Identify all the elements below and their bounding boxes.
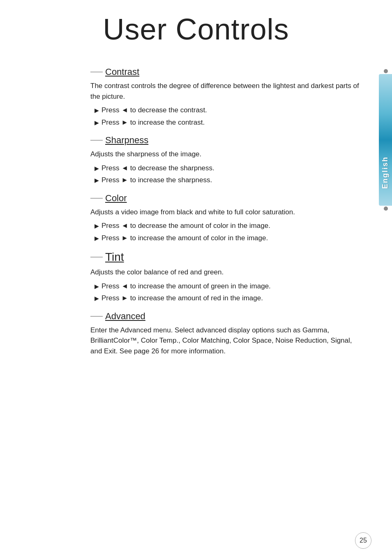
section-desc-tint: Adjusts the color balance of red and gre… (90, 267, 359, 278)
bullet-text: Press ◄ to decrease the amount of color … (101, 220, 270, 231)
section-desc-contrast: The contrast controls the degree of diff… (90, 81, 359, 102)
section-title-wrapper-advanced: Advanced (90, 311, 359, 322)
list-item: ▶Press ► to increase the contrast. (95, 117, 359, 128)
sidebar-language-label: English (381, 156, 390, 189)
bullet-arrow-icon: ▶ (95, 234, 99, 243)
list-item: ▶Press ◄ to decrease the sharpness. (95, 163, 359, 174)
sidebar-bar: English (379, 74, 392, 206)
section-title-wrapper-tint: Tint (90, 251, 359, 264)
bullet-text: Press ◄ to decrease the sharpness. (101, 163, 214, 174)
section-line (90, 316, 103, 317)
list-item: ▶Press ► to increase the amount of red i… (95, 293, 359, 304)
bullet-arrow-icon: ▶ (95, 106, 99, 115)
sidebar-dot-top (384, 69, 388, 73)
bullet-text: Press ► to increase the amount of red in… (101, 293, 263, 304)
section-title-wrapper-sharpness: Sharpness (90, 135, 359, 146)
section-line (90, 72, 103, 72)
content-area: ContrastThe contrast controls the degree… (0, 63, 392, 388)
section-line (90, 257, 103, 258)
section-color: ColorAdjusts a video image from black an… (90, 193, 359, 244)
bullet-text: Press ► to increase the contrast. (101, 117, 205, 128)
section-bullets-sharpness: ▶Press ◄ to decrease the sharpness.▶Pres… (90, 163, 359, 186)
list-item: ▶Press ◄ to decrease the amount of color… (95, 220, 359, 231)
section-line (90, 140, 103, 141)
section-title-wrapper-color: Color (90, 193, 359, 204)
page-number: 25 (355, 532, 371, 549)
section-title-advanced: Advanced (105, 311, 145, 322)
section-sharpness: SharpnessAdjusts the sharpness of the im… (90, 135, 359, 186)
section-line (90, 198, 103, 199)
section-desc-advanced: Enter the Advanced menu. Select advanced… (90, 325, 359, 357)
list-item: ▶Press ◄ to increase the amount of green… (95, 281, 359, 292)
bullet-arrow-icon: ▶ (95, 176, 99, 185)
list-item: ▶Press ► to increase the sharpness. (95, 175, 359, 186)
bullet-arrow-icon: ▶ (95, 294, 99, 303)
section-bullets-tint: ▶Press ◄ to increase the amount of green… (90, 281, 359, 304)
bullet-arrow-icon: ▶ (95, 118, 99, 127)
list-item: ▶Press ◄ to decrease the contrast. (95, 105, 359, 116)
section-title-tint: Tint (105, 251, 124, 264)
section-title-contrast: Contrast (105, 67, 139, 77)
section-advanced: AdvancedEnter the Advanced menu. Select … (90, 311, 359, 357)
section-title-wrapper-contrast: Contrast (90, 67, 359, 77)
section-contrast: ContrastThe contrast controls the degree… (90, 67, 359, 128)
bullet-arrow-icon: ▶ (95, 282, 99, 291)
page-title: User Controls (0, 0, 392, 63)
list-item: ▶Press ► to increase the amount of color… (95, 233, 359, 244)
section-bullets-color: ▶Press ◄ to decrease the amount of color… (90, 220, 359, 243)
section-bullets-contrast: ▶Press ◄ to decrease the contrast.▶Press… (90, 105, 359, 128)
right-sidebar: English (367, 33, 392, 197)
sidebar-dot-bottom (384, 207, 388, 211)
section-desc-color: Adjusts a video image from black and whi… (90, 207, 359, 218)
section-tint: TintAdjusts the color balance of red and… (90, 251, 359, 304)
bullet-text: Press ► to increase the amount of color … (101, 233, 268, 244)
bullet-text: Press ◄ to decrease the contrast. (101, 105, 207, 116)
bullet-text: Press ► to increase the sharpness. (101, 175, 212, 186)
bullet-arrow-icon: ▶ (95, 222, 99, 230)
section-desc-sharpness: Adjusts the sharpness of the image. (90, 149, 359, 160)
sections-container: ContrastThe contrast controls the degree… (90, 67, 359, 356)
bullet-arrow-icon: ▶ (95, 164, 99, 173)
bullet-text: Press ◄ to increase the amount of green … (101, 281, 271, 292)
section-title-color: Color (105, 193, 127, 204)
section-title-sharpness: Sharpness (105, 135, 148, 146)
